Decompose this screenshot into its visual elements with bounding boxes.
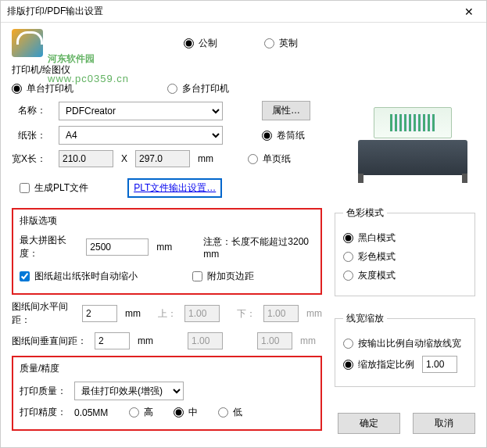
hspace-input[interactable]: [82, 305, 117, 322]
unit-metric-radio[interactable]: 公制: [184, 37, 217, 50]
width-input: [59, 150, 113, 167]
printer-name-select[interactable]: PDFCreator: [59, 102, 223, 120]
window-title: 排版打印/PDF输出设置: [7, 5, 103, 18]
roll-paper-radio[interactable]: 卷筒纸: [262, 129, 305, 142]
color-mode-fieldset: 色彩模式 黑白模式 彩色模式 灰度模式: [335, 206, 475, 296]
color-bw-radio[interactable]: 黑白模式: [343, 231, 396, 245]
top-margin2-input: [188, 332, 223, 349]
quality-title: 质量/精度: [20, 362, 314, 375]
wh-label: 宽X长：: [12, 152, 51, 166]
bottom-margin-input: [263, 305, 299, 322]
precision-low-radio[interactable]: 低: [218, 406, 242, 419]
name-label: 名称：: [12, 104, 51, 117]
close-icon[interactable]: ✕: [458, 5, 480, 18]
ok-button[interactable]: 确定: [338, 413, 400, 434]
max-len-label: 最大拼图长度：: [20, 234, 78, 260]
color-color-radio[interactable]: 彩色模式: [343, 250, 396, 263]
unit-imperial-radio[interactable]: 英制: [264, 37, 298, 50]
properties-button[interactable]: 属性…: [262, 101, 310, 120]
printer-illustration: [358, 101, 467, 175]
gen-plt-checkbox[interactable]: 生成PLT文件: [20, 181, 88, 195]
color-gray-radio[interactable]: 灰度模式: [343, 269, 396, 282]
vspace-label: 图纸间垂直间距：: [12, 335, 87, 348]
max-len-note: 注意：长度不能超过3200 mm: [203, 235, 314, 260]
multi-printer-radio[interactable]: 多台打印机: [167, 82, 229, 95]
quality-select[interactable]: 最佳打印效果(增强): [74, 382, 184, 400]
precision-value: 0.05MM: [74, 407, 121, 418]
sheet-paper-radio[interactable]: 单页纸: [248, 152, 291, 166]
plt-settings-link[interactable]: PLT文件输出设置…: [127, 178, 222, 198]
app-logo-icon: [12, 29, 43, 57]
layout-title: 排版选项: [20, 214, 314, 228]
single-printer-radio[interactable]: 单台打印机: [12, 82, 73, 95]
printer-section-label: 打印机/绘图仪: [12, 63, 475, 77]
margin-checkbox[interactable]: 附加页边距: [192, 270, 254, 283]
hspace-label: 图纸间水平间距：: [12, 300, 74, 327]
paper-select[interactable]: A4: [59, 126, 223, 145]
max-len-input[interactable]: [86, 238, 149, 256]
vspace-input[interactable]: [95, 332, 130, 349]
lw-ratio-input[interactable]: [422, 356, 457, 373]
lw-ratio-radio[interactable]: 缩放指定比例: [343, 358, 414, 371]
linewidth-fieldset: 线宽缩放 按输出比例自动缩放线宽 缩放指定比例: [335, 312, 475, 387]
lw-auto-radio[interactable]: 按输出比例自动缩放线宽: [343, 337, 461, 350]
autofit-checkbox[interactable]: 图纸超出纸张时自动缩小: [20, 270, 138, 283]
top-margin-input: [184, 305, 220, 322]
height-input: [135, 150, 190, 167]
cancel-button[interactable]: 取消: [413, 413, 475, 434]
paper-label: 纸张：: [12, 129, 51, 142]
precision-mid-radio[interactable]: 中: [174, 406, 198, 419]
bottom-margin2-input: [257, 332, 292, 349]
precision-high-radio[interactable]: 高: [129, 406, 153, 419]
quality-label: 打印质量：: [20, 385, 66, 398]
precision-label: 打印精度：: [20, 406, 66, 419]
